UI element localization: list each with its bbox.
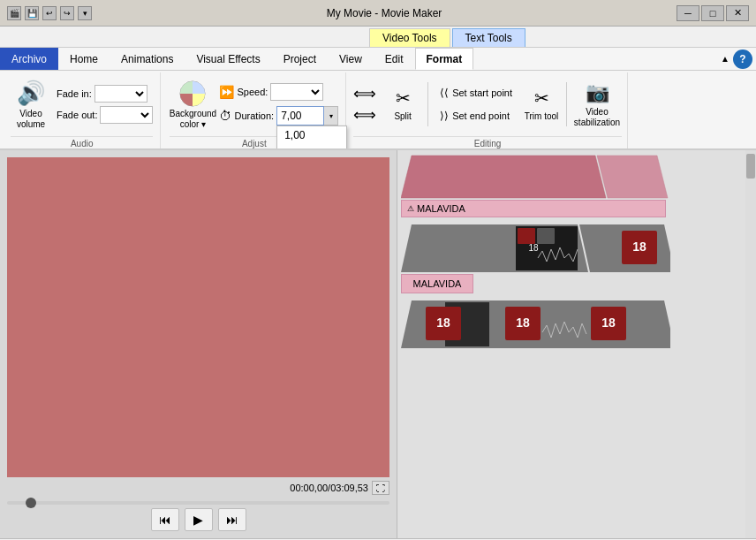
audio-group-label: Audio: [11, 136, 153, 148]
speed-label: Speed:: [237, 87, 268, 97]
bg-color-icon: [178, 80, 207, 108]
minimize-button[interactable]: ─: [677, 5, 699, 21]
trim-controls: ⟨⟨ Set start point ⟩⟩ Set end point: [434, 83, 518, 125]
video2-track-svg: 18 18 18: [401, 299, 670, 350]
video-malavida-label: MALAVIDA: [401, 274, 473, 293]
tab-project[interactable]: Project: [272, 48, 328, 70]
duration-input-group: ▾ 1,00 2,00 3,00 4,00 5,00 6,00 7,00 8,0…: [276, 106, 338, 125]
fade-in-row: Fade in:: [57, 85, 153, 103]
video-stabilization-button[interactable]: 📷 Video stabilization: [572, 74, 622, 134]
video-volume-button[interactable]: 🔊 Videovolume: [11, 74, 51, 134]
caption-warning-icon: ⚠: [407, 204, 414, 213]
caption-malavida-label: ⚠ MALAVIDA: [401, 200, 666, 217]
forward-button[interactable]: ⏭: [218, 508, 246, 531]
svg-text:18: 18: [436, 316, 450, 330]
tab-text-tools[interactable]: Text Tools: [452, 28, 525, 47]
svg-marker-2: [597, 156, 668, 198]
preview-canvas: [7, 157, 389, 477]
caption-track-svg: [401, 154, 670, 200]
tab-video-tools[interactable]: Video Tools: [369, 28, 450, 47]
volume-icon: 🔊: [17, 80, 45, 107]
ribbon-content: 🔊 Videovolume Fade in: Fade out:: [0, 71, 756, 150]
split-icon: ✂: [396, 87, 411, 109]
preview-controls: 00:00,00/03:09,53 ⛶ ⏮ ▶ ⏭: [7, 481, 389, 531]
set-start-label: Set start point: [452, 87, 512, 98]
track-2-inner: 18 18: [401, 223, 752, 274]
fade-controls: Fade in: Fade out:: [57, 85, 153, 124]
editing-group-label: Editing: [353, 136, 622, 148]
trim-tool-label: Trim tool: [525, 111, 559, 121]
duration-row: ⏱ Duration: ▾ 1,00 2,00 3,00 4,00 5,00 6…: [219, 106, 338, 125]
undo-icon-tb[interactable]: ↩: [42, 6, 57, 20]
save-icon-tb[interactable]: 💾: [25, 6, 39, 20]
stabilization-label: Video stabilization: [573, 107, 621, 128]
fullscreen-button[interactable]: ⛶: [372, 481, 389, 495]
timeline-scrollbar[interactable]: [745, 150, 756, 538]
trim-icon: ✂: [534, 87, 549, 109]
window-controls: ─ □ ✕: [677, 5, 749, 21]
fade-out-select[interactable]: [100, 106, 153, 124]
trim-tool-button[interactable]: ✂ Trim tool: [522, 74, 561, 134]
tab-archivo[interactable]: Archivo: [0, 48, 58, 70]
svg-text:18: 18: [516, 316, 530, 330]
editing-divider2: [566, 82, 567, 126]
tab-edit[interactable]: Edit: [374, 48, 415, 70]
dropdown-item-2[interactable]: 2,00: [277, 144, 346, 150]
speed-icon: ⏩: [219, 85, 234, 99]
dropdown-item-1[interactable]: 1,00: [277, 126, 346, 144]
ribbon-group-adjust: Backgroundcolor ▾ ⏩ Speed: ⏱ Duration: ▾: [163, 72, 346, 148]
play-button[interactable]: ▶: [185, 508, 213, 531]
window-title: My Movie - Movie Maker: [92, 7, 677, 19]
editing-divider: [427, 82, 428, 126]
tab-format[interactable]: Format: [415, 48, 474, 70]
track-1-caption: ⚠ MALAVIDA: [401, 154, 752, 217]
set-start-point-button[interactable]: ⟨⟨ Set start point: [434, 83, 518, 103]
app-icon: 🎬: [7, 6, 21, 20]
timeline-panel: ⚠ MALAVIDA 18: [397, 150, 756, 538]
split-button[interactable]: ✂ Split: [383, 74, 422, 134]
set-end-point-button[interactable]: ⟩⟩ Set end point: [434, 106, 518, 125]
svg-text:18: 18: [528, 243, 539, 253]
dropdown-icon-tb[interactable]: ▾: [78, 6, 92, 20]
ribbon-collapse-btn[interactable]: ▲: [717, 54, 733, 64]
title-bar-left: 🎬 💾 ↩ ↪ ▾: [7, 6, 92, 20]
fade-in-select[interactable]: [94, 85, 147, 103]
background-color-button[interactable]: Backgroundcolor ▾: [170, 74, 215, 134]
svg-text:18: 18: [601, 316, 616, 330]
duration-dropdown-button[interactable]: ▾: [324, 106, 338, 125]
speed-select[interactable]: [270, 83, 323, 101]
caption-text: MALAVIDA: [417, 203, 465, 214]
tab-animations[interactable]: Animations: [110, 48, 185, 70]
track-3-video: 18 18 18: [401, 299, 752, 350]
preview-timestamp: 00:00,00/03:09,53: [290, 483, 368, 493]
main-area: 00:00,00/03:09,53 ⛶ ⏮ ▶ ⏭: [0, 150, 756, 538]
timeline-scrollbar-thumb: [746, 154, 755, 179]
video-volume-label: Videovolume: [17, 109, 45, 130]
adjust-slider-icon: ⟺: [353, 84, 376, 103]
tab-visual-effects[interactable]: Visual Effects: [185, 48, 271, 70]
video-track-svg: 18 18: [401, 223, 670, 274]
track-2-video: 18 18 MALAVIDA: [401, 223, 752, 293]
rewind-button[interactable]: ⏮: [151, 508, 179, 531]
stabilization-icon: 📷: [586, 81, 609, 104]
duration-input[interactable]: [276, 106, 324, 125]
set-start-icon: ⟨⟨: [440, 87, 449, 99]
svg-rect-5: [518, 228, 535, 244]
track-3-inner: 18 18 18: [401, 299, 752, 350]
track-1-inner: [401, 154, 752, 200]
bg-color-label: Backgroundcolor ▾: [170, 109, 216, 130]
close-button[interactable]: ✕: [726, 5, 749, 21]
speed-duration-controls: ⏩ Speed: ⏱ Duration: ▾ 1,00: [219, 83, 338, 125]
adjust-slider2-icon: ⟺: [353, 105, 376, 125]
svg-text:18: 18: [632, 240, 646, 254]
maximize-button[interactable]: □: [701, 5, 724, 21]
preview-progress-slider[interactable]: [7, 501, 389, 505]
svg-rect-6: [537, 228, 555, 244]
fade-out-row: Fade out:: [57, 106, 153, 124]
set-end-icon: ⟩⟩: [440, 110, 449, 122]
tab-home[interactable]: Home: [58, 48, 110, 70]
ribbon-tabs: Archivo Home Animations Visual Effects P…: [0, 48, 756, 71]
help-button[interactable]: ?: [733, 49, 752, 69]
tab-view[interactable]: View: [328, 48, 374, 70]
redo-icon-tb[interactable]: ↪: [60, 6, 74, 20]
